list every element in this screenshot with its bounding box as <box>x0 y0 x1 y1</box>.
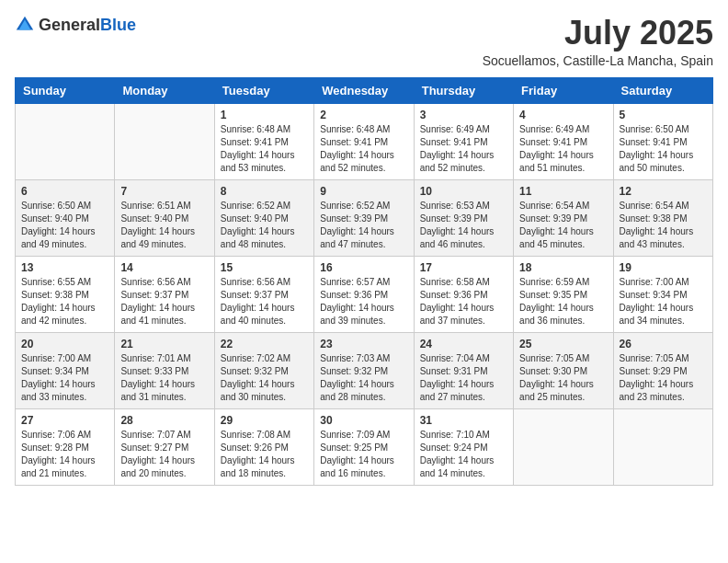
weekday-header-friday: Friday <box>514 77 613 103</box>
calendar-week-row: 27Sunrise: 7:06 AMSunset: 9:28 PMDayligh… <box>16 408 713 485</box>
day-number: 20 <box>21 338 108 350</box>
day-number: 21 <box>120 338 208 350</box>
day-info: Sunrise: 7:03 AMSunset: 9:32 PMDaylight:… <box>320 352 407 404</box>
calendar-cell: 11Sunrise: 6:54 AMSunset: 9:39 PMDayligh… <box>514 179 613 256</box>
day-info: Sunrise: 6:52 AMSunset: 9:40 PMDaylight:… <box>221 200 308 251</box>
day-info: Sunrise: 6:58 AMSunset: 9:36 PMDaylight:… <box>420 276 507 327</box>
calendar-cell <box>514 408 613 485</box>
calendar-cell: 20Sunrise: 7:00 AMSunset: 9:34 PMDayligh… <box>16 332 115 408</box>
calendar-cell: 30Sunrise: 7:09 AMSunset: 9:25 PMDayligh… <box>314 408 414 485</box>
day-number: 25 <box>519 338 607 350</box>
calendar-cell: 24Sunrise: 7:04 AMSunset: 9:31 PMDayligh… <box>414 332 513 408</box>
calendar-cell: 17Sunrise: 6:58 AMSunset: 9:36 PMDayligh… <box>414 256 513 332</box>
calendar-cell: 10Sunrise: 6:53 AMSunset: 9:39 PMDayligh… <box>414 179 513 256</box>
day-info: Sunrise: 6:49 AMSunset: 9:41 PMDaylight:… <box>519 123 607 175</box>
day-number: 14 <box>120 261 208 274</box>
day-number: 11 <box>519 185 607 198</box>
day-info: Sunrise: 6:51 AMSunset: 9:40 PMDaylight:… <box>120 200 208 251</box>
day-info: Sunrise: 7:09 AMSunset: 9:25 PMDaylight:… <box>320 429 407 480</box>
day-info: Sunrise: 7:06 AMSunset: 9:28 PMDaylight:… <box>21 429 108 480</box>
day-info: Sunrise: 7:04 AMSunset: 9:31 PMDaylight:… <box>420 352 507 404</box>
day-number: 28 <box>120 414 208 427</box>
logo-icon <box>15 15 35 35</box>
logo-general: General <box>39 16 100 34</box>
weekday-header-sunday: Sunday <box>16 77 115 103</box>
calendar-cell: 6Sunrise: 6:50 AMSunset: 9:40 PMDaylight… <box>16 179 115 256</box>
calendar-cell: 27Sunrise: 7:06 AMSunset: 9:28 PMDayligh… <box>16 408 115 485</box>
calendar-cell: 22Sunrise: 7:02 AMSunset: 9:32 PMDayligh… <box>214 332 313 408</box>
day-number: 30 <box>320 414 407 427</box>
day-info: Sunrise: 7:01 AMSunset: 9:33 PMDaylight:… <box>120 352 208 404</box>
calendar-cell: 14Sunrise: 6:56 AMSunset: 9:37 PMDayligh… <box>115 256 214 332</box>
calendar-week-row: 6Sunrise: 6:50 AMSunset: 9:40 PMDaylight… <box>16 179 713 256</box>
day-number: 12 <box>620 185 707 198</box>
day-number: 17 <box>420 261 507 274</box>
day-number: 27 <box>21 414 108 427</box>
calendar-cell: 19Sunrise: 7:00 AMSunset: 9:34 PMDayligh… <box>613 256 712 332</box>
day-number: 23 <box>320 338 407 350</box>
day-number: 24 <box>420 338 507 350</box>
weekday-header-thursday: Thursday <box>414 77 513 103</box>
day-info: Sunrise: 7:10 AMSunset: 9:24 PMDaylight:… <box>420 429 507 480</box>
calendar-week-row: 13Sunrise: 6:55 AMSunset: 9:38 PMDayligh… <box>16 256 713 332</box>
calendar-cell: 26Sunrise: 7:05 AMSunset: 9:29 PMDayligh… <box>613 332 712 408</box>
day-info: Sunrise: 6:50 AMSunset: 9:40 PMDaylight:… <box>21 200 108 251</box>
calendar-cell: 4Sunrise: 6:49 AMSunset: 9:41 PMDaylight… <box>514 103 613 179</box>
day-info: Sunrise: 7:05 AMSunset: 9:29 PMDaylight:… <box>620 352 707 404</box>
day-number: 15 <box>221 261 308 274</box>
calendar-cell: 2Sunrise: 6:48 AMSunset: 9:41 PMDaylight… <box>314 103 414 179</box>
logo: GeneralBlue <box>15 15 136 35</box>
calendar-cell: 3Sunrise: 6:49 AMSunset: 9:41 PMDaylight… <box>414 103 513 179</box>
weekday-header-tuesday: Tuesday <box>214 77 313 103</box>
logo-text: GeneralBlue <box>39 16 136 35</box>
calendar-cell: 1Sunrise: 6:48 AMSunset: 9:41 PMDaylight… <box>214 103 313 179</box>
calendar-cell: 16Sunrise: 6:57 AMSunset: 9:36 PMDayligh… <box>314 256 414 332</box>
calendar-cell: 28Sunrise: 7:07 AMSunset: 9:27 PMDayligh… <box>115 408 214 485</box>
calendar-cell: 23Sunrise: 7:03 AMSunset: 9:32 PMDayligh… <box>314 332 414 408</box>
day-info: Sunrise: 7:00 AMSunset: 9:34 PMDaylight:… <box>620 276 707 327</box>
day-info: Sunrise: 6:57 AMSunset: 9:36 PMDaylight:… <box>320 276 407 327</box>
day-info: Sunrise: 7:08 AMSunset: 9:26 PMDaylight:… <box>221 429 308 480</box>
day-info: Sunrise: 6:56 AMSunset: 9:37 PMDaylight:… <box>120 276 208 327</box>
day-number: 26 <box>620 338 707 350</box>
day-info: Sunrise: 6:49 AMSunset: 9:41 PMDaylight:… <box>420 123 507 175</box>
calendar-table: SundayMondayTuesdayWednesdayThursdayFrid… <box>15 77 713 486</box>
weekday-header-monday: Monday <box>115 77 214 103</box>
calendar-cell: 9Sunrise: 6:52 AMSunset: 9:39 PMDaylight… <box>314 179 414 256</box>
day-number: 8 <box>221 185 308 198</box>
day-number: 31 <box>420 414 507 427</box>
calendar-cell: 18Sunrise: 6:59 AMSunset: 9:35 PMDayligh… <box>514 256 613 332</box>
day-info: Sunrise: 6:54 AMSunset: 9:39 PMDaylight:… <box>519 200 607 251</box>
calendar-cell <box>16 103 115 179</box>
day-number: 4 <box>519 109 607 121</box>
day-number: 7 <box>120 185 208 198</box>
day-number: 13 <box>21 261 108 274</box>
day-info: Sunrise: 6:55 AMSunset: 9:38 PMDaylight:… <box>21 276 108 327</box>
calendar-cell: 25Sunrise: 7:05 AMSunset: 9:30 PMDayligh… <box>514 332 613 408</box>
day-number: 29 <box>221 414 308 427</box>
day-info: Sunrise: 6:59 AMSunset: 9:35 PMDaylight:… <box>519 276 607 327</box>
day-number: 5 <box>620 109 707 121</box>
day-number: 9 <box>320 185 407 198</box>
day-info: Sunrise: 6:52 AMSunset: 9:39 PMDaylight:… <box>320 200 407 251</box>
location-subtitle: Socuellamos, Castille-La Mancha, Spain <box>483 53 713 68</box>
calendar-week-row: 1Sunrise: 6:48 AMSunset: 9:41 PMDaylight… <box>16 103 713 179</box>
page-header: GeneralBlue July 2025 Socuellamos, Casti… <box>15 15 713 68</box>
day-info: Sunrise: 6:50 AMSunset: 9:41 PMDaylight:… <box>620 123 707 175</box>
day-info: Sunrise: 6:56 AMSunset: 9:37 PMDaylight:… <box>221 276 308 327</box>
day-number: 6 <box>21 185 108 198</box>
day-info: Sunrise: 6:54 AMSunset: 9:38 PMDaylight:… <box>620 200 707 251</box>
calendar-cell: 8Sunrise: 6:52 AMSunset: 9:40 PMDaylight… <box>214 179 313 256</box>
title-block: July 2025 Socuellamos, Castille-La Manch… <box>483 15 713 68</box>
day-info: Sunrise: 7:00 AMSunset: 9:34 PMDaylight:… <box>21 352 108 404</box>
month-title: July 2025 <box>483 15 713 52</box>
day-number: 19 <box>620 261 707 274</box>
day-number: 22 <box>221 338 308 350</box>
day-info: Sunrise: 7:05 AMSunset: 9:30 PMDaylight:… <box>519 352 607 404</box>
calendar-cell: 15Sunrise: 6:56 AMSunset: 9:37 PMDayligh… <box>214 256 313 332</box>
day-number: 2 <box>320 109 407 121</box>
day-number: 16 <box>320 261 407 274</box>
calendar-cell: 29Sunrise: 7:08 AMSunset: 9:26 PMDayligh… <box>214 408 313 485</box>
day-number: 1 <box>221 109 308 121</box>
calendar-cell: 5Sunrise: 6:50 AMSunset: 9:41 PMDaylight… <box>613 103 712 179</box>
